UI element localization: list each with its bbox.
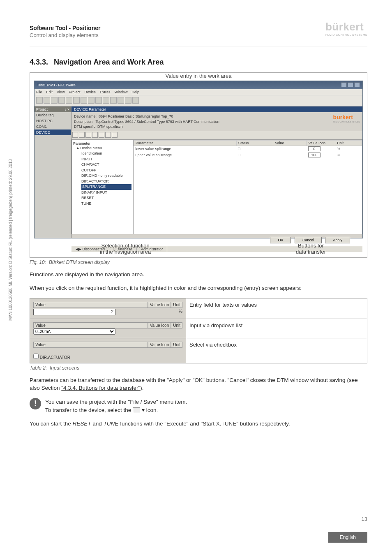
attention-icon: ! xyxy=(30,398,41,409)
figure-caption: Fig. 10: Bürkert DTM screen display xyxy=(30,259,367,265)
tree-item: CUTOFF xyxy=(81,168,131,173)
main-toolbar[interactable] xyxy=(35,95,362,106)
tree-item: INPUT xyxy=(81,157,131,162)
note-box: ! You can save the project with the "Fil… xyxy=(30,398,367,415)
menu-bar[interactable]: FileEditViewProjectDeviceExtrasWindowHel… xyxy=(35,89,362,95)
figure-10: Value entry in the work area Test1.PW3 -… xyxy=(30,72,367,258)
window-buttons[interactable] xyxy=(340,82,360,88)
desc-checkbox: Select via checkbox xyxy=(186,338,367,363)
page-number: 13 xyxy=(362,516,367,522)
ok-button[interactable]: OK xyxy=(270,237,291,243)
apply-button[interactable]: Apply xyxy=(325,237,350,243)
tree-item: RESET xyxy=(81,195,131,201)
paragraph: Functions are displayed in the navigatio… xyxy=(30,271,367,279)
window-titlebar: Test1.PW3 - PACTware xyxy=(35,81,362,89)
paragraph: Parameters can be transferred to the dat… xyxy=(30,377,367,392)
callout-navigation: Selection of function in the navigation … xyxy=(100,243,151,255)
tree-item: CHARACT xyxy=(81,162,131,168)
paragraph: You can start the RESET and TUNE functio… xyxy=(30,420,367,428)
project-panel[interactable]: Project↓ × Device tag HOST PC COM1 DEVIC… xyxy=(35,106,71,238)
device-header: DEVICE Parameter xyxy=(71,106,362,112)
input-screens-table: ValueValue IconUnit 2% Entry field for t… xyxy=(30,298,367,363)
screenshot-checkbox: ValueValue IconUnit DIR.ACTUATOR xyxy=(30,338,186,363)
desc-text-entry: Entry field for texts or values xyxy=(186,298,367,319)
table-caption: Table 2: Input screens xyxy=(30,365,367,371)
tree-item: Identification xyxy=(81,151,131,157)
section-heading: 4.3.3.Navigation Area and Work Area xyxy=(30,58,367,67)
language-tab: English xyxy=(328,532,367,543)
callout-buttons: Buttons for data transfer xyxy=(296,243,326,255)
screenshot-dropdown: ValueValue IconUnit 0..20mA xyxy=(30,319,186,338)
download-to-device-icon xyxy=(133,407,140,413)
screenshot-text-entry: ValueValue IconUnit 2% xyxy=(30,298,186,319)
pactware-window: Test1.PW3 - PACTware FileEditViewProject… xyxy=(34,81,363,238)
value-entry-caption: Value entry in the work area xyxy=(30,73,367,79)
work-area-table[interactable]: ParameterStatusValueValue IconUnit lower… xyxy=(133,140,362,234)
tree-item: TUNE xyxy=(81,201,131,207)
device-info: Device name: 8694 Positioner Basic Stell… xyxy=(71,112,362,131)
header-subtitle: Control and display elements xyxy=(30,32,367,38)
tree-item-selected: SPLITRANGE xyxy=(81,184,131,190)
paragraph: When you click on the required function,… xyxy=(30,284,367,292)
brand-logo: bürkert FLUID CONTROL SYSTEMS xyxy=(325,21,367,36)
tree-item: DIR.CMD - only readable xyxy=(81,173,131,179)
device-logo: burkertFLUID CONTROL SYSTEMS xyxy=(333,114,360,130)
desc-dropdown: Input via dropdown list xyxy=(186,319,367,338)
checkbox-sample[interactable]: DIR.ACTUATOR xyxy=(33,355,70,360)
xref-434[interactable]: "4.3.4. Buttons for data transfer" xyxy=(61,385,140,391)
param-toolbar[interactable] xyxy=(71,131,362,140)
side-print-info: MAN 1000120508 ML Version: D Status: RL … xyxy=(8,159,13,321)
page-header: Software Tool - Positioner Control and d… xyxy=(30,25,367,38)
tree-item: BINARY INPUT xyxy=(81,190,131,196)
dropdown-sample[interactable]: 0..20mA xyxy=(33,328,115,335)
window-title: Test1.PW3 - PACTware xyxy=(37,83,76,87)
navigation-tree[interactable]: Parameter ▸ Device Menu Identification I… xyxy=(71,140,133,234)
tree-item: DIR.ACTUATOR xyxy=(81,179,131,185)
header-title: Software Tool - Positioner xyxy=(30,25,367,31)
